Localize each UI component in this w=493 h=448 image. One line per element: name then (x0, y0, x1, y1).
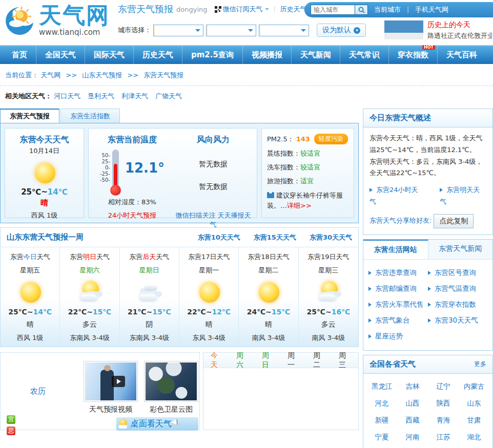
city-select[interactable] (206, 25, 256, 36)
province-link[interactable]: 陕西 (428, 395, 459, 412)
weather-video-thumbnail[interactable] (84, 361, 138, 402)
nav-item[interactable]: 天气百科 (438, 46, 486, 64)
province-link[interactable]: 山东 (459, 395, 489, 412)
weekday-tab[interactable]: 周日 (262, 351, 274, 370)
life-link[interactable]: 东营违章查询 (368, 265, 428, 281)
day-forecast-column[interactable]: 东营19日天气 星期三 25℃~16℃ 多云 南风 3-4级 (299, 247, 358, 347)
search-input[interactable] (311, 5, 355, 15)
day-forecast-column[interactable]: 东营后天天气 星期日 21℃~15℃ 阴 东南风 3-4级 (120, 247, 179, 347)
related-area-link[interactable]: 利津天气 (121, 92, 148, 100)
shirt-icon (267, 192, 274, 198)
history-today-title[interactable]: 历史上的今天 (427, 20, 492, 30)
set-default-button[interactable]: 设为默认 ▼ (317, 24, 366, 37)
search-button[interactable] (355, 5, 368, 15)
tab-weather-forecast[interactable]: 东营天气预报 (0, 109, 59, 123)
life-link[interactable]: 东营气温查询 (428, 281, 487, 296)
province-link[interactable]: 宁夏 (366, 429, 397, 445)
related-area-link[interactable]: 广饶天气 (155, 92, 182, 100)
province-link[interactable]: 新疆 (366, 412, 397, 429)
district-select[interactable] (259, 25, 309, 36)
life-link[interactable]: 东营火车票代售 (368, 296, 428, 312)
breadcrumb-link-city[interactable]: 东营天气预报 (143, 71, 183, 79)
province-select[interactable] (153, 25, 203, 36)
overview-link[interactable]: 东营24小时天气 (369, 184, 424, 208)
life-link[interactable]: 东营30天天气 (428, 312, 487, 328)
weekday-tab[interactable]: 周一 (287, 351, 300, 370)
weekday-tab[interactable]: 周六 (236, 351, 249, 370)
desktop-weather-banner[interactable]: 桌面看天气 (116, 417, 198, 431)
province-link[interactable]: 安徽 (397, 445, 428, 448)
province-link[interactable]: 辽宁 (428, 378, 459, 395)
breadcrumb-label: 当前位置： (5, 71, 38, 79)
week-range-link[interactable]: 东营30天天气 (310, 233, 352, 242)
nav-item[interactable]: 历史天气 (134, 46, 182, 64)
link-24h-forecast[interactable]: 24小时天气预报 (92, 211, 173, 229)
wechat-scan-link[interactable]: 微信扫描关注 天天播报天气 (173, 211, 254, 229)
tab-life-sites[interactable]: 东营生活网站 (363, 240, 428, 259)
satellite-image-thumbnail[interactable] (144, 361, 198, 402)
week-range-link[interactable]: 东营10天天气 (198, 233, 240, 242)
index-row: 洗车指数：较适宜 (267, 163, 348, 172)
weekday-tab[interactable]: 周三 (339, 351, 351, 370)
day-forecast-column[interactable]: 东营明日天气 星期六 22℃~15℃ 多云 东南风 3-4级 (60, 247, 119, 347)
nav-item[interactable]: 首页 (3, 46, 36, 64)
today-card-title: 东营今天天气 (8, 135, 80, 145)
life-link[interactable]: 星座运势 (368, 328, 428, 344)
province-link[interactable]: 黑龙江 (366, 378, 397, 395)
history-weather-link[interactable]: 历史天气 (280, 5, 307, 14)
nav-item[interactable]: pm2.5查询 (182, 46, 243, 64)
province-link[interactable]: 河南 (397, 429, 428, 445)
life-link[interactable]: 东营穿衣指数 (428, 296, 487, 312)
day-forecast-column[interactable]: 东营今日天气 星期五 25℃~14℃ 晴 西风 1级 (1, 247, 60, 347)
province-link[interactable]: 江苏 (428, 429, 459, 445)
related-area-link[interactable]: 垦利天气 (88, 92, 114, 100)
province-link[interactable]: 福建 (428, 445, 459, 448)
history-today-text[interactable]: 路透社正式在伦敦开业 (427, 31, 492, 40)
arrow-right-icon (428, 287, 433, 291)
tab-life-index[interactable]: 东营生活指数 (60, 109, 120, 123)
weekday-tab[interactable]: 周二 (313, 351, 325, 370)
dress-detail-link[interactable]: 详细>> (287, 202, 312, 209)
nav-item[interactable]: 全国天气 (36, 46, 85, 64)
week-range-link[interactable]: 东营15天天气 (254, 233, 296, 242)
nav-item[interactable]: 视频播报 (243, 46, 292, 64)
satellite-caption[interactable]: 彩色卫星云图 (143, 405, 199, 414)
province-link[interactable]: 江西 (459, 445, 489, 448)
yi-badge: 宜 (7, 415, 15, 424)
province-link[interactable]: 湖北 (459, 429, 489, 445)
mobile-site-link[interactable]: 手机天气网 (415, 5, 448, 14)
province-link[interactable]: 河北 (366, 395, 397, 412)
nav-item[interactable]: 天气常识 (340, 46, 389, 64)
province-link[interactable]: 内蒙古 (459, 378, 489, 395)
site-logo[interactable]: 天气网 www.tianqi.com (4, 4, 110, 37)
nav-item[interactable]: 国际天气 (85, 46, 134, 64)
breadcrumb-link-home[interactable]: 天气网 (40, 71, 60, 79)
copy-button[interactable]: 点此复制 (434, 214, 474, 228)
tab-weather-news[interactable]: 东营天气新闻 (428, 240, 493, 259)
province-link[interactable]: 浙江 (366, 445, 397, 448)
day-forecast-column[interactable]: 东营17日天气 星期一 22℃~12℃ 晴 东风 3-4级 (179, 247, 239, 347)
pm25-level-badge[interactable]: 轻度污染 (314, 134, 348, 144)
life-sites-box: 东营生活网站 东营天气新闻 东营违章查询 东营区号查询 东营邮编查询 东营气温查… (363, 239, 493, 351)
province-link[interactable]: 青海 (428, 412, 459, 429)
nav-item[interactable]: 天气新闻 (292, 46, 340, 64)
life-link[interactable]: 东营气象台 (368, 312, 428, 328)
overview-link[interactable]: 东营明天天气 (440, 184, 486, 208)
history-today-widget[interactable]: 历史上的今天 路透社正式在伦敦开业 (384, 20, 492, 40)
current-city-link[interactable]: 当前城市 (374, 5, 401, 14)
province-link[interactable]: 山西 (397, 395, 428, 412)
lunar-calendar-link[interactable]: 农历 (30, 387, 46, 396)
video-caption[interactable]: 天气预报视频 (83, 405, 139, 414)
nav-item[interactable]: 穿衣指数 HOT (389, 46, 438, 64)
day-forecast-column[interactable]: 东营18日天气 星期二 24℃~15℃ 晴 南风 3-4级 (239, 247, 298, 347)
wechat-subscribe-link[interactable]: 微信订阅天气 (223, 5, 263, 14)
life-link[interactable]: 东营邮编查询 (368, 281, 428, 296)
province-link[interactable]: 吉林 (397, 378, 428, 395)
breadcrumb-link-province[interactable]: 山东天气预报 (82, 71, 122, 79)
more-link[interactable]: 更多 (474, 360, 486, 369)
province-link[interactable]: 甘肃 (459, 412, 489, 429)
weekday-tab[interactable]: 今天 (211, 351, 223, 370)
related-area-link[interactable]: 河口天气 (54, 92, 80, 100)
province-link[interactable]: 西藏 (397, 412, 428, 429)
life-link[interactable]: 东营区号查询 (428, 265, 487, 281)
